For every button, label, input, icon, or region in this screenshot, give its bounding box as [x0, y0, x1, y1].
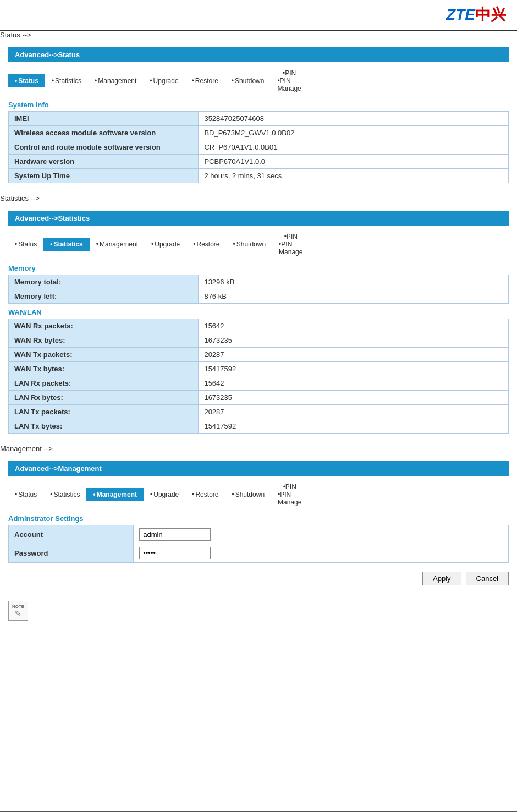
password-label: Password [9, 544, 134, 563]
cancel-button[interactable]: Cancel [466, 572, 509, 585]
table-row: LAN Tx bytes: 15417592 [9, 419, 509, 434]
note-section: NOTE ✎ [8, 601, 509, 621]
system-info-label: System Info [8, 101, 509, 109]
note-icon: NOTE ✎ [8, 601, 28, 621]
table-row: WAN Rx bytes: 1673235 [9, 333, 509, 348]
tab-shutdown-2[interactable]: Shutdown [227, 238, 273, 251]
row-label-uptime: System Up Time [9, 169, 199, 183]
password-input[interactable] [139, 547, 211, 559]
section-status: Advanced-->Status Status Statistics Mana… [8, 47, 509, 183]
section-status-title: Advanced-->Status [8, 47, 509, 62]
row-value-mem-total: 13296 kB [199, 275, 509, 289]
tab-restore-3[interactable]: Restore [185, 488, 225, 501]
row-label-wan-tx-bytes: WAN Tx bytes: [9, 362, 199, 376]
row-value-wan-tx-pkt: 20287 [199, 348, 509, 362]
table-row: Control and route module software versio… [9, 140, 509, 155]
tab-status-3[interactable]: Status [8, 488, 43, 501]
tab-pin-3[interactable]: •PINManage [271, 481, 308, 508]
table-row: WAN Tx bytes: 15417592 [9, 362, 509, 376]
tab-pin-2[interactable]: •PINManage [272, 231, 309, 257]
header: ZTE中兴 [0, 0, 517, 31]
row-label-wireless: Wireless access module software version [9, 126, 199, 140]
tab-restore-1[interactable]: Restore [185, 74, 225, 87]
section-management-title: Advanced-->Management [8, 461, 509, 476]
row-value-lan-tx-bytes: 15417592 [199, 419, 509, 434]
zte-logo: ZTE中兴 [446, 4, 506, 25]
wanlan-table: WAN Rx packets: 15642 WAN Rx bytes: 1673… [8, 319, 509, 434]
tab-management-2[interactable]: Management [90, 238, 145, 251]
table-row: Memory left: 876 kB [9, 289, 509, 304]
table-row: Hardware version PCBP670A1V1.0.0 [9, 155, 509, 169]
row-label-control: Control and route module software versio… [9, 140, 199, 155]
row-value-wan-rx-pkt: 15642 [199, 319, 509, 333]
tab-management-3[interactable]: Management [86, 488, 144, 501]
table-row: IMEI 352847025074608 [9, 112, 509, 126]
row-value-lan-tx-pkt: 20287 [199, 405, 509, 419]
row-label-lan-rx-pkt: LAN Rx packets: [9, 376, 199, 391]
tab-statistics-1[interactable]: Statistics [45, 74, 88, 87]
row-label-lan-rx-bytes: LAN Rx bytes: [9, 391, 199, 405]
account-input-cell [134, 525, 509, 544]
wanlan-label: WAN/LAN [8, 308, 509, 316]
tab-shutdown-1[interactable]: Shutdown [225, 74, 271, 87]
section-statistics-title: Advanced-->Statistics [8, 211, 509, 226]
apply-button[interactable]: Apply [422, 572, 461, 585]
note-text: NOTE [12, 604, 24, 609]
row-value-hardware: PCBP670A1V1.0.0 [199, 155, 509, 169]
section-statistics: Advanced-->Statistics Status Statistics … [8, 211, 509, 434]
pin-manage-label-2: •PINManage [279, 240, 302, 256]
section-management: Advanced-->Management Status Statistics … [8, 461, 509, 590]
table-row: LAN Rx bytes: 1673235 [9, 391, 509, 405]
tab-statistics-2[interactable]: Statistics [43, 238, 90, 251]
memory-table: Memory total: 13296 kB Memory left: 876 … [8, 275, 509, 304]
password-input-cell [134, 544, 509, 563]
tab-shutdown-3[interactable]: Shutdown [225, 488, 271, 501]
row-value-control: CR_P670A1V1.0.0B01 [199, 140, 509, 155]
management-nav-tabs: Status Statistics Management Upgrade Res… [8, 481, 509, 508]
tab-status-2[interactable]: Status [8, 238, 43, 251]
tab-upgrade-2[interactable]: Upgrade [145, 238, 186, 251]
tab-restore-2[interactable]: Restore [186, 238, 226, 251]
pencil-icon: ✎ [15, 609, 21, 618]
table-row: LAN Rx packets: 15642 [9, 376, 509, 391]
pin-manage-label-3: •PINManage [278, 491, 301, 506]
row-value-wireless: BD_P673M2_GWV1.0.0B02 [199, 126, 509, 140]
tab-management-1[interactable]: Management [88, 74, 143, 87]
statistics-nav-tabs: Status Statistics Management Upgrade Res… [8, 231, 509, 257]
row-value-lan-rx-pkt: 15642 [199, 376, 509, 391]
row-label-wan-rx-pkt: WAN Rx packets: [9, 319, 199, 333]
table-row: WAN Tx packets: 20287 [9, 348, 509, 362]
table-row-password: Password [9, 544, 509, 563]
row-value-lan-rx-bytes: 1673235 [199, 391, 509, 405]
system-info-table: IMEI 352847025074608 Wireless access mod… [8, 111, 509, 183]
table-row: Memory total: 13296 kB [9, 275, 509, 289]
tab-upgrade-3[interactable]: Upgrade [144, 488, 185, 501]
tab-statistics-3[interactable]: Statistics [43, 488, 86, 501]
row-value-wan-tx-bytes: 15417592 [199, 362, 509, 376]
row-value-uptime: 2 hours, 2 mins, 31 secs [199, 169, 509, 183]
tab-pin-1[interactable]: •PINManage [271, 68, 307, 94]
zh-text: 中兴 [475, 6, 506, 23]
row-label-lan-tx-pkt: LAN Tx packets: [9, 405, 199, 419]
tab-status-1[interactable]: Status [8, 74, 45, 87]
row-label-wan-tx-pkt: WAN Tx packets: [9, 348, 199, 362]
row-label-hardware: Hardware version [9, 155, 199, 169]
pin-manage-label-1: •PINManage [277, 77, 301, 92]
zte-text: ZTE [446, 6, 475, 23]
row-label-wan-rx-bytes: WAN Rx bytes: [9, 333, 199, 348]
tab-upgrade-1[interactable]: Upgrade [143, 74, 185, 87]
admin-form-table: Account Password [8, 525, 509, 563]
row-value-mem-left: 876 kB [199, 289, 509, 304]
table-row: LAN Tx packets: 20287 [9, 405, 509, 419]
row-label-mem-left: Memory left: [9, 289, 199, 304]
table-row: System Up Time 2 hours, 2 mins, 31 secs [9, 169, 509, 183]
table-row-account: Account [9, 525, 509, 544]
row-value-imei: 352847025074608 [199, 112, 509, 126]
table-row: Wireless access module software version … [9, 126, 509, 140]
row-value-wan-rx-bytes: 1673235 [199, 333, 509, 348]
table-row: WAN Rx packets: 15642 [9, 319, 509, 333]
memory-label: Memory [8, 264, 509, 272]
form-button-row: Apply Cancel [8, 567, 509, 590]
account-input[interactable] [139, 528, 211, 541]
account-label: Account [9, 525, 134, 544]
